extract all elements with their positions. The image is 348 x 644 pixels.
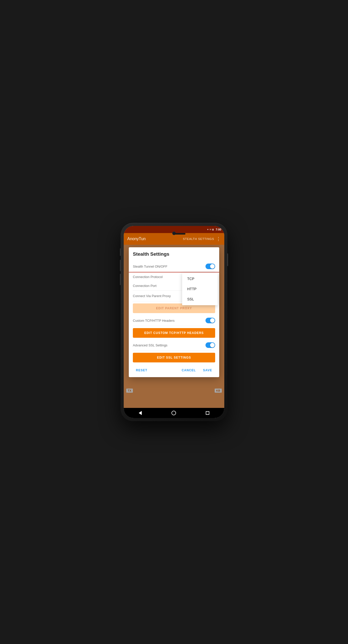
connection-protocol-row: Connection Protocol ▼ TCP HTTP SSL (133, 272, 215, 281)
edit-custom-tcp-button[interactable]: EDIT CUSTOM TCP/HTTP HEADERS (133, 328, 215, 338)
recent-icon (206, 411, 209, 415)
advanced-ssl-knob (210, 343, 215, 347)
parent-proxy-label: Connect Via Parent Proxy (133, 294, 171, 298)
wifi-icon: ▾ (207, 228, 209, 231)
reset-button[interactable]: RESET (133, 366, 150, 374)
signal-icon: H (210, 228, 211, 231)
connection-port-label: Connection Port (133, 284, 156, 288)
app-title: AnonyTun (127, 237, 183, 241)
custom-tcp-label: Custom TCP/HTTP Headers (133, 319, 175, 323)
phone-screen: ▾ H ▮ 7:00 AnonyTun STEALTH SETTINGS ⋮ (124, 226, 224, 418)
back-button[interactable] (139, 411, 142, 415)
stealth-tunnel-row: Stealth Tunnel ON/OFF (133, 261, 215, 272)
stealth-settings-dialog: Stealth Settings Stealth Tunnel ON/OFF C… (129, 247, 219, 377)
toggle-knob (210, 264, 215, 269)
more-options-icon[interactable]: ⋮ (216, 236, 221, 242)
dropdown-option-ssl[interactable]: SSL (182, 294, 218, 304)
content-area: TX KB Stealth Settings Stealth Tunnel ON… (124, 245, 224, 408)
home-button[interactable] (171, 411, 176, 415)
custom-tcp-toggle[interactable] (205, 318, 215, 323)
protocol-dropdown-menu: TCP HTTP SSL (182, 273, 218, 305)
stealth-tunnel-toggle[interactable] (205, 264, 215, 269)
silent-button[interactable] (120, 274, 121, 285)
dialog-actions: RESET CANCEL SAVE (133, 364, 215, 374)
screen-content: ▾ H ▮ 7:00 AnonyTun STEALTH SETTINGS ⋮ (124, 226, 224, 418)
edit-ssl-settings-button[interactable]: EDIT SSL SETTINGS (133, 353, 215, 362)
custom-tcp-row: Custom TCP/HTTP Headers (133, 315, 215, 326)
status-time: 7:00 (216, 228, 221, 231)
section-label: STEALTH SETTINGS (183, 237, 214, 240)
advanced-ssl-toggle[interactable] (205, 342, 215, 348)
back-icon (139, 411, 142, 415)
connection-protocol-label: Connection Protocol (133, 275, 163, 279)
power-button[interactable] (227, 253, 228, 266)
volume-down-button[interactable] (120, 260, 121, 271)
status-icons: ▾ H ▮ 7:00 (207, 228, 221, 231)
recent-button[interactable] (206, 411, 209, 415)
cancel-button[interactable]: CANCEL (179, 366, 199, 374)
battery-icon: ▮ (212, 228, 214, 231)
app-bar-actions: STEALTH SETTINGS ⋮ (183, 236, 221, 242)
dropdown-option-tcp[interactable]: TCP (182, 274, 218, 284)
phone-device: ▾ H ▮ 7:00 AnonyTun STEALTH SETTINGS ⋮ (121, 223, 227, 421)
volume-up-button[interactable] (120, 248, 121, 256)
dropdown-option-http[interactable]: HTTP (182, 284, 218, 294)
speaker-icon (173, 233, 185, 235)
custom-tcp-knob (210, 318, 215, 323)
advanced-ssl-row: Advanced SSL Settings (133, 340, 215, 351)
home-icon (171, 411, 176, 415)
dialog-title: Stealth Settings (133, 251, 215, 257)
save-button[interactable]: SAVE (200, 366, 215, 374)
stealth-tunnel-label: Stealth Tunnel ON/OFF (133, 265, 167, 268)
protocol-dropdown-container: ▼ TCP HTTP SSL (212, 275, 215, 279)
advanced-ssl-label: Advanced SSL Settings (133, 343, 167, 347)
nav-bar (124, 408, 224, 418)
